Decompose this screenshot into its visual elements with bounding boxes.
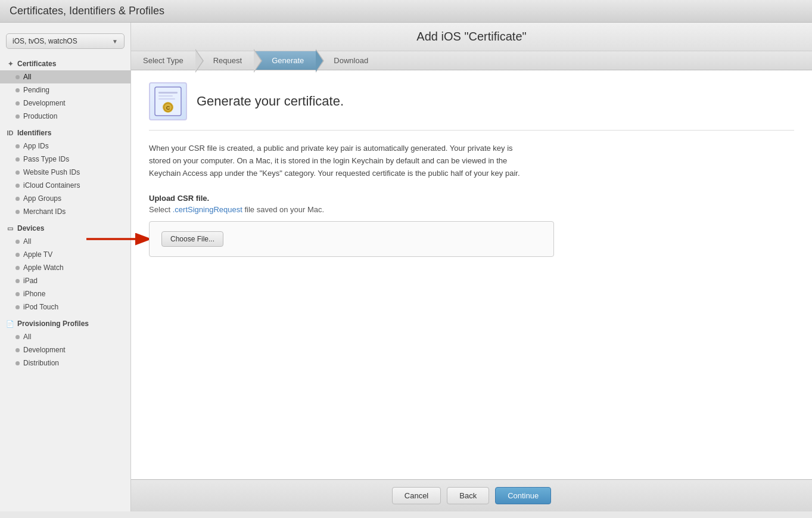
certificates-label: Certificates [17,60,56,68]
sidebar-item-label: Distribution [23,359,59,367]
generate-title: Generate your certificate. [197,94,344,109]
dot-icon [15,114,20,119]
sidebar-item-label: Production [23,112,57,120]
sidebar: iOS, tvOS, watchOS ▼ ✦ Certificates All … [0,23,131,511]
wizard-steps: Select Type Request Generate Download [131,51,812,70]
sidebar-item-pass-type-ids[interactable]: Pass Type IDs [0,153,130,166]
sidebar-item-label: iCloud Containers [23,181,80,190]
dot-icon [15,184,20,188]
content-body: C Generate your certificate. When your C… [131,70,812,479]
content-footer: Cancel Back Continue [131,479,812,511]
dot-icon [15,101,20,106]
identifiers-section: ID Identifiers App IDs Pass Type IDs Web… [0,126,130,218]
cert-signing-request-link[interactable]: .certSigningRequest [173,205,242,214]
sidebar-item-label: App IDs [23,142,49,150]
dot-icon [15,348,20,352]
sidebar-item-label: iPad [23,277,38,285]
sidebar-item-label: All [23,237,31,246]
sidebar-item-app-groups[interactable]: App Groups [0,192,130,205]
sidebar-item-merchant-ids[interactable]: Merchant IDs [0,205,130,218]
sidebar-item-dist-profiles[interactable]: Distribution [0,356,130,370]
identifiers-label: Identifiers [17,129,51,137]
page-header: Certificates, Identifiers & Profiles [0,0,812,23]
main-content: Add iOS "Certificate" Select Type Reques… [131,23,812,511]
red-arrow-icon [83,227,155,251]
provisioning-label: Provisioning Profiles [17,320,89,328]
back-button[interactable]: Back [447,487,489,504]
upload-sublabel: Select .certSigningRequest file saved on… [149,205,794,214]
sidebar-item-label: iPod Touch [23,303,58,311]
svg-rect-2 [158,95,173,97]
dot-icon [15,253,20,257]
dot-icon [15,197,20,201]
svg-text:C: C [166,105,170,111]
certificates-section: ✦ Certificates All Pending Development [0,57,130,123]
sidebar-item-label: Development [23,346,66,354]
sidebar-item-all-profiles[interactable]: All [0,330,130,343]
generate-description: When your CSR file is created, a public … [149,142,530,179]
sidebar-item-all-certs[interactable]: All [0,70,130,83]
sidebar-item-ipad[interactable]: iPad [0,274,130,287]
certificates-section-header: ✦ Certificates [0,57,130,70]
step-generate[interactable]: Generate [254,51,316,70]
content-header: Add iOS "Certificate" [131,23,812,51]
sidebar-item-production[interactable]: Production [0,110,130,123]
upload-sublabel-suffix: file saved on your Mac. [242,205,324,214]
upload-sublabel-prefix: Select [149,205,173,214]
step-download[interactable]: Download [316,51,380,70]
sidebar-item-label: Pending [23,86,49,94]
sidebar-item-label: Development [23,99,66,107]
choose-file-button[interactable]: Choose File... [161,231,223,247]
dot-icon [15,335,20,339]
certificate-image: C [149,82,187,120]
page-wrapper: Certificates, Identifiers & Profiles iOS… [0,0,812,518]
sidebar-item-apple-watch[interactable]: Apple Watch [0,261,130,274]
sidebar-item-label: Pass Type IDs [23,155,69,163]
platform-dropdown-label: iOS, tvOS, watchOS [13,37,77,45]
svg-rect-3 [158,98,175,100]
sidebar-item-website-push-ids[interactable]: Website Push IDs [0,166,130,179]
page-footer: Copyright © 2016年8月12日 Apple Inc. All ri… [0,511,812,518]
dot-icon [15,361,20,365]
sidebar-item-app-ids[interactable]: App IDs [0,139,130,153]
provisioning-section: 📄 Provisioning Profiles All Development … [0,317,130,370]
dot-icon [15,75,20,79]
upload-box-wrapper: Choose File... [149,221,554,257]
device-icon: ▭ [6,224,14,232]
id-icon: ID [6,129,14,137]
certificate-icon: ✦ [6,60,14,68]
chevron-down-icon: ▼ [112,38,118,45]
dot-icon [15,210,20,214]
sidebar-item-dev-profiles[interactable]: Development [0,343,130,356]
identifiers-section-header: ID Identifiers [0,126,130,139]
step-select-type[interactable]: Select Type [131,51,195,70]
sidebar-item-ipod-touch[interactable]: iPod Touch [0,300,130,314]
sidebar-item-label: App Groups [23,194,61,203]
sidebar-item-iphone[interactable]: iPhone [0,287,130,300]
sidebar-item-label: Apple TV [23,250,52,259]
continue-button[interactable]: Continue [495,487,551,504]
upload-section: Upload CSR file. Select .certSigningRequ… [149,194,794,257]
dot-icon [15,305,20,309]
dot-icon [15,266,20,270]
cancel-button[interactable]: Cancel [392,487,441,504]
sidebar-item-development[interactable]: Development [0,97,130,110]
wizard-title: Add iOS "Certificate" [416,30,526,43]
generate-header: C Generate your certificate. [149,82,794,131]
dot-icon [15,144,20,148]
sidebar-item-label: Website Push IDs [23,168,80,176]
sidebar-item-icloud-containers[interactable]: iCloud Containers [0,179,130,192]
sidebar-item-pending[interactable]: Pending [0,83,130,97]
step-label: Download [334,56,368,65]
step-label: Select Type [143,56,183,65]
platform-dropdown[interactable]: iOS, tvOS, watchOS ▼ [6,33,125,49]
dot-icon [15,157,20,162]
sidebar-item-label: All [23,73,31,81]
sidebar-item-label: All [23,333,31,341]
step-request[interactable]: Request [195,51,254,70]
dot-icon [15,292,20,296]
step-label: Request [213,56,242,65]
dot-icon [15,88,20,92]
sidebar-item-label: iPhone [23,290,45,298]
profile-icon: 📄 [6,320,14,328]
